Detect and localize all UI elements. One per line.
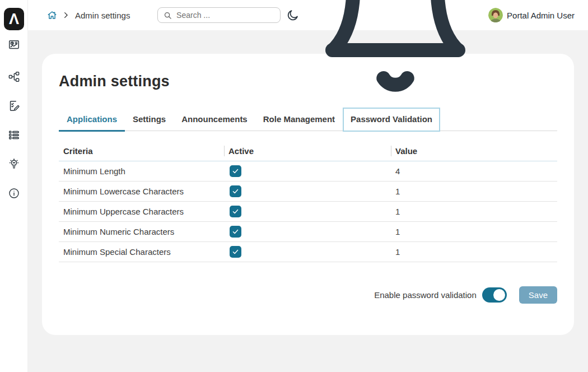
table-row: Minimum Special Characters 1 [59,242,557,262]
criteria-cell: Minimum Special Characters [59,247,224,257]
breadcrumb-current: Admin settings [75,11,130,20]
home-icon[interactable] [47,10,57,20]
card-footer: Enable password validation Save [59,286,557,304]
criteria-cell: Minimum Lowercase Characters [59,187,224,196]
value-cell: 1 [391,227,557,236]
value-cell: 1 [391,187,557,196]
user-avatar[interactable] [488,8,503,22]
form-edit-icon[interactable] [8,100,20,112]
search-icon [164,11,172,20]
active-cell [224,246,391,258]
value-cell: 4 [391,166,557,176]
enable-validation-toggle[interactable] [482,287,507,303]
breadcrumb: Admin settings [47,10,130,20]
active-checkbox[interactable] [230,246,241,258]
active-checkbox[interactable] [230,165,241,177]
bell-icon[interactable] [311,0,479,99]
column-header-value: Value [391,141,557,161]
column-header-criteria: Criteria [59,141,224,161]
criteria-cell: Minimum Uppercase Characters [59,207,224,216]
table-row: Minimum Length 4 [59,161,557,182]
criteria-cell: Minimum Length [59,166,224,176]
value-cell: 1 [391,207,557,216]
hierarchy-icon[interactable] [8,71,20,83]
active-cell [224,165,391,177]
tab-role-management[interactable]: Role Management [255,108,343,131]
toggle-knob [493,289,505,301]
search-box [157,7,281,23]
tab-settings[interactable]: Settings [125,108,174,131]
admin-settings-card: Admin settings Applications Settings Ann… [42,54,574,335]
main-content: Admin settings Applications Settings Ann… [28,30,588,372]
sidebar: Λ [0,0,28,372]
value-cell: 1 [391,247,557,257]
tab-announcements[interactable]: Announcements [174,108,255,131]
enable-validation-label: Enable password validation [374,290,477,300]
search-input[interactable] [176,11,274,20]
table-row: Minimum Numeric Characters 1 [59,222,557,242]
app-logo[interactable]: Λ [4,8,24,30]
criteria-cell: Minimum Numeric Characters [59,227,224,236]
tab-password-validation[interactable]: Password Validation [343,108,440,132]
criteria-table: Criteria Active Value Minimum Length 4 M… [59,141,557,262]
active-checkbox[interactable] [230,206,241,217]
column-header-active: Active [224,141,391,161]
chevron-right-icon [62,11,70,19]
dark-mode-toggle-icon[interactable] [287,9,299,21]
user-name[interactable]: Portal Admin User [507,11,575,20]
lightbulb-icon[interactable] [8,158,20,170]
active-cell [224,226,391,238]
info-icon[interactable] [8,187,20,199]
save-button[interactable]: Save [519,286,557,304]
table-row: Minimum Uppercase Characters 1 [59,202,557,222]
tab-bar: Applications Settings Announcements Role… [59,108,557,131]
active-cell [224,206,391,217]
active-checkbox[interactable] [230,185,241,197]
top-header: Admin settings 99+ Portal Admi [28,0,588,30]
tab-applications[interactable]: Applications [59,108,125,131]
dashboard-icon[interactable] [8,39,20,51]
notifications: 99+ [311,0,479,99]
page-title: Admin settings [59,73,557,90]
table-row: Minimum Lowercase Characters 1 [59,182,557,202]
table-header-row: Criteria Active Value [59,141,557,161]
active-cell [224,185,391,197]
active-checkbox[interactable] [230,226,241,238]
list-icon[interactable] [8,129,20,141]
